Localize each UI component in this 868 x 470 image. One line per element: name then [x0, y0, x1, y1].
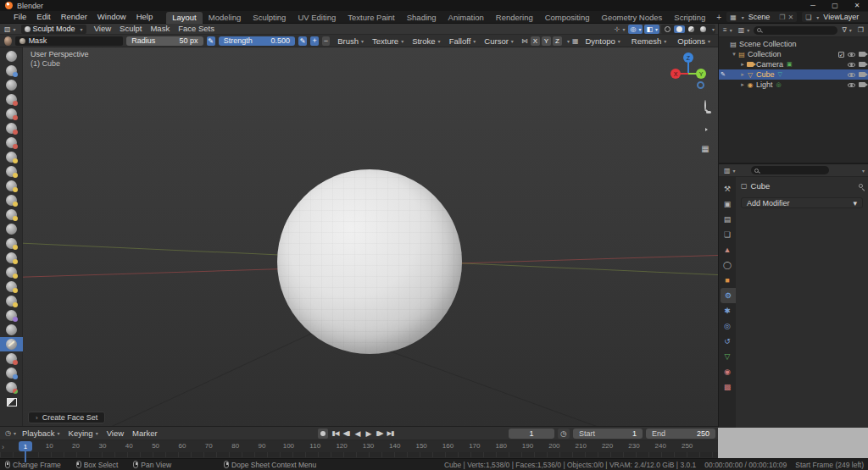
radius-slider[interactable]: Radius 50 px	[126, 36, 203, 46]
display-mode-button[interactable]: ▥ ▾	[737, 26, 752, 34]
eye-icon[interactable]	[848, 63, 855, 67]
previous-keyframe-button[interactable]: ◀▮	[341, 429, 352, 437]
outliner-row-light[interactable]: ▸◉Light◎	[719, 80, 868, 90]
brush-clay-thumb[interactable]	[0, 107, 23, 121]
next-keyframe-button[interactable]: ▮▶	[374, 429, 385, 437]
timeline-menu-view[interactable]: View	[103, 428, 128, 440]
radius-pressure-button[interactable]: ✎	[207, 36, 215, 46]
current-frame-field[interactable]: 1	[509, 429, 554, 439]
viewport-menu-face-sets[interactable]: Face Sets	[174, 23, 219, 35]
new-scene-icon[interactable]: ❐	[779, 14, 785, 21]
mode-selector[interactable]: Sculpt Mode ▾	[21, 25, 86, 34]
workspace-tab-shading[interactable]: Shading	[401, 12, 442, 24]
disclosure-icon[interactable]: ▸	[739, 71, 746, 78]
strength-pressure-button[interactable]: ✎	[298, 36, 307, 46]
workspace-tab-scripting[interactable]: Scripting	[668, 12, 711, 24]
timeline-ruler[interactable]: 1 10203040506070809010011012013014015016…	[0, 440, 718, 452]
viewport-menu-view[interactable]: View	[90, 23, 115, 35]
eye-icon[interactable]	[848, 73, 855, 77]
maximize-button[interactable]: ▢	[824, 0, 846, 11]
add-workspace-button[interactable]: +	[711, 13, 726, 22]
properties-tab-constraints[interactable]: ↺	[719, 334, 736, 349]
workspace-tab-sculpting[interactable]: Sculpting	[247, 12, 292, 24]
cursor-dropdown[interactable]: Cursor▾	[480, 36, 518, 46]
eye-icon[interactable]	[848, 83, 855, 87]
auto-keying-button[interactable]	[318, 429, 328, 439]
strength-slider[interactable]: Strength 0.500	[219, 36, 295, 46]
render-visibility-icon[interactable]	[859, 52, 865, 57]
mirror-y-button[interactable]: Y	[542, 36, 551, 46]
brush-draw-face-sets[interactable]	[0, 351, 23, 366]
pin-icon[interactable]	[859, 184, 863, 188]
delete-scene-icon[interactable]: ✕	[787, 14, 793, 21]
dyntopo-dropdown[interactable]: Dyntopo▾	[581, 36, 624, 46]
mirror-x-button[interactable]: X	[531, 36, 540, 46]
properties-tab-render[interactable]: ▣	[719, 196, 736, 212]
add-modifier-dropdown[interactable]: Add Modifier ▾	[741, 197, 863, 208]
show-gizmo-toggle[interactable]: ⊹▾	[613, 25, 627, 34]
sculpted-sphere-object[interactable]	[277, 169, 462, 354]
brush-mask[interactable]	[0, 337, 23, 351]
new-collection-button[interactable]: ❐	[856, 26, 865, 34]
checkbox-icon[interactable]: ✓	[838, 52, 844, 58]
eye-icon[interactable]	[848, 53, 855, 57]
end-frame-field[interactable]: End 250	[646, 429, 715, 439]
shading-material-button[interactable]	[686, 25, 697, 33]
workspace-tab-rendering[interactable]: Rendering	[490, 12, 539, 24]
workspace-tab-animation[interactable]: Animation	[442, 12, 490, 24]
operator-panel[interactable]: › Create Face Set	[28, 412, 105, 423]
properties-tab-tool[interactable]: ⚒	[719, 181, 736, 196]
options-dropdown[interactable]: Options▾	[673, 36, 715, 46]
workspace-tab-uv-editing[interactable]: UV Editing	[292, 12, 342, 24]
brush-pose[interactable]	[0, 308, 23, 323]
brush-multires-displacement-eraser[interactable]	[0, 366, 23, 380]
outliner-editor-type-button[interactable]: ≡ ▾	[721, 26, 734, 34]
mask-subtract-button[interactable]: −	[322, 36, 330, 46]
perspective-toggle-button[interactable]: ▦	[698, 141, 713, 156]
viewport-menu-sculpt[interactable]: Sculpt	[115, 23, 146, 35]
disclosure-icon[interactable]: ▸	[739, 81, 746, 88]
outliner-row-cube[interactable]: ✎▸▽Cube▽	[719, 69, 868, 80]
brush-name-field[interactable]: Mask	[15, 36, 124, 46]
menu-file[interactable]: File	[8, 11, 31, 23]
xray-toggle[interactable]: ◧▾	[644, 25, 659, 34]
falloff-dropdown[interactable]: Falloff▾	[445, 36, 481, 46]
jump-to-end-button[interactable]: ▶▮	[385, 429, 396, 437]
brush-blob[interactable]	[0, 150, 23, 164]
brush-fill[interactable]	[0, 207, 23, 222]
brush-inflate[interactable]	[0, 135, 23, 150]
brush-preview-icon[interactable]	[4, 36, 12, 46]
properties-tab-physics[interactable]: ◎	[719, 318, 736, 334]
menu-window[interactable]: Window	[92, 11, 131, 23]
shading-wireframe-button[interactable]	[662, 25, 673, 33]
properties-tab-modifiers[interactable]: ⚙	[721, 288, 736, 303]
properties-tab-scene[interactable]: ▲	[719, 242, 736, 257]
workspace-tab-modeling[interactable]: Modeling	[203, 12, 248, 24]
brush-grab[interactable]	[0, 251, 23, 265]
brush-draw[interactable]	[0, 49, 23, 64]
menu-help[interactable]: Help	[131, 11, 159, 23]
brush-crease[interactable]	[0, 164, 23, 179]
mask-add-button[interactable]: +	[310, 36, 318, 46]
filter-button[interactable]: ∇ ▾	[840, 26, 853, 34]
brush-clay-strips[interactable]	[0, 92, 23, 107]
brush-box-trim[interactable]	[0, 395, 23, 409]
shading-solid-button[interactable]	[674, 25, 685, 33]
properties-tab-object[interactable]: ■	[719, 273, 736, 288]
texture-dropdown[interactable]: Texture▾	[368, 36, 408, 46]
3d-viewport[interactable]: User Perspective (1) Cube Z X Y ▦	[0, 47, 718, 426]
properties-tab-particles[interactable]: ✱	[719, 303, 736, 318]
viewport-menu-mask[interactable]: Mask	[146, 23, 174, 35]
properties-editor-type-button[interactable]: ▥ ▾	[722, 167, 737, 174]
brush-elastic-deform[interactable]	[0, 265, 23, 279]
camera-view-button[interactable]	[698, 127, 713, 141]
timeline-collapse-arrow[interactable]: ›	[2, 443, 4, 451]
menu-render[interactable]: Render	[56, 11, 92, 23]
workspace-tab-layout[interactable]: Layout	[166, 12, 203, 24]
render-visibility-icon[interactable]	[859, 72, 865, 77]
outliner-row-scene-collection[interactable]: ▤Scene Collection	[719, 39, 868, 49]
brush-pinch[interactable]	[0, 236, 23, 251]
timeline-menu-keying[interactable]: Keying▾	[64, 428, 103, 440]
mirror-z-button[interactable]: Z	[553, 36, 562, 46]
brush-nudge[interactable]	[0, 323, 23, 337]
